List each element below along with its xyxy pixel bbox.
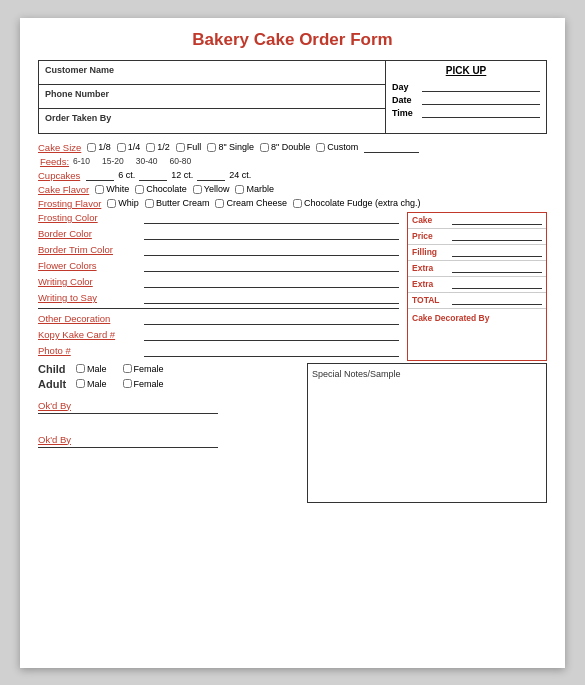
other-decoration-label: Other Decoration — [38, 313, 138, 324]
frosting-color-row: Frosting Color — [38, 212, 399, 224]
size-1-4-checkbox[interactable] — [117, 143, 126, 152]
border-color-row: Border Color — [38, 228, 399, 240]
price-price-label: Price — [412, 231, 450, 241]
okd-by-2-label: Ok'd By — [38, 434, 71, 445]
frosting-whip-checkbox[interactable] — [107, 199, 116, 208]
size-1-2-checkbox[interactable] — [146, 143, 155, 152]
size-custom-checkbox[interactable] — [316, 143, 325, 152]
adult-female-label: Female — [134, 379, 164, 389]
price-cake-row: Cake — [408, 213, 546, 229]
frosting-flavor-row: Frosting Flavor Whip Butter Cream Cream … — [38, 198, 547, 209]
main-content: Frosting Color Border Color Border Trim … — [38, 212, 547, 361]
frosting-butter-checkbox[interactable] — [145, 199, 154, 208]
flavor-chocolate-checkbox[interactable] — [135, 185, 144, 194]
price-total-row: TOTAL — [408, 293, 546, 309]
writing-color-label: Writing Color — [38, 276, 138, 287]
border-color-line — [144, 228, 399, 240]
other-decoration-row: Other Decoration — [38, 313, 399, 325]
photo-line — [144, 345, 399, 357]
adult-male: Male — [76, 379, 107, 389]
custom-size-input[interactable] — [364, 142, 419, 153]
adult-label: Adult — [38, 378, 76, 390]
okd-by-1-label: Ok'd By — [38, 400, 71, 411]
size-1-8: 1/8 — [87, 142, 111, 152]
flavor-marble-checkbox[interactable] — [235, 185, 244, 194]
price-price-line — [452, 231, 542, 241]
writing-color-line — [144, 276, 399, 288]
size-1-8-checkbox[interactable] — [87, 143, 96, 152]
price-extra1-row: Extra — [408, 261, 546, 277]
size-1-4: 1/4 — [117, 142, 141, 152]
order-taken-label: Order Taken By — [45, 113, 379, 123]
child-female-checkbox[interactable] — [123, 364, 132, 373]
day-label: Day — [392, 82, 422, 92]
child-female: Female — [123, 364, 164, 374]
form-left: Frosting Color Border Color Border Trim … — [38, 212, 399, 361]
flavor-white-checkbox[interactable] — [95, 185, 104, 194]
bottom-left: Child Male Female Adult Male — [38, 363, 307, 503]
price-price-row: Price — [408, 229, 546, 245]
cake-size-label: Cake Size — [38, 142, 81, 153]
bottom-section: Child Male Female Adult Male — [38, 363, 547, 503]
frosting-whip: Whip — [107, 198, 139, 208]
kopy-kake-label: Kopy Kake Card # — [38, 329, 138, 340]
date-line — [422, 95, 540, 105]
frosting-color-line — [144, 212, 399, 224]
frosting-flavor-label: Frosting Flavor — [38, 198, 101, 209]
cupcakes-qty2-input[interactable] — [139, 170, 167, 181]
flavor-yellow: Yellow — [193, 184, 230, 194]
adult-male-checkbox[interactable] — [76, 379, 85, 388]
time-row: Time — [392, 108, 540, 118]
size-8-double: 8" Double — [260, 142, 310, 152]
special-notes-box: Special Notes/Sample — [307, 363, 547, 503]
okd-by-2-line — [38, 447, 218, 448]
okd-by-1: Ok'd By — [38, 400, 301, 414]
special-notes-label: Special Notes/Sample — [312, 369, 401, 379]
size-1-2: 1/2 — [146, 142, 170, 152]
frosting-choc-fudge: Chocolate Fudge (extra chg.) — [293, 198, 421, 208]
date-row: Date — [392, 95, 540, 105]
child-row: Child Male Female — [38, 363, 301, 375]
price-filling-label: Filling — [412, 247, 450, 257]
writing-color-row: Writing Color — [38, 276, 399, 288]
child-male-checkbox[interactable] — [76, 364, 85, 373]
price-filling-row: Filling — [408, 245, 546, 261]
size-8-double-checkbox[interactable] — [260, 143, 269, 152]
frosting-choc-fudge-checkbox[interactable] — [293, 199, 302, 208]
kopy-kake-row: Kopy Kake Card # — [38, 329, 399, 341]
cupcakes-qty3-input[interactable] — [197, 170, 225, 181]
pickup-title: PICK UP — [392, 65, 540, 76]
top-info-section: Customer Name Phone Number Order Taken B… — [38, 60, 547, 134]
customer-name-label: Customer Name — [45, 65, 379, 75]
kopy-kake-line — [144, 329, 399, 341]
adult-female-checkbox[interactable] — [123, 379, 132, 388]
border-color-label: Border Color — [38, 228, 138, 239]
pickup-section: PICK UP Day Date Time — [386, 61, 546, 133]
price-extra1-line — [452, 263, 542, 273]
size-full-checkbox[interactable] — [176, 143, 185, 152]
size-8-single-checkbox[interactable] — [207, 143, 216, 152]
writing-to-say-label: Writing to Say — [38, 292, 138, 303]
time-line — [422, 108, 540, 118]
price-extra2-label: Extra — [412, 279, 450, 289]
cupcakes-row: Cupcakes 6 ct. 12 ct. 24 ct. — [38, 170, 547, 181]
flower-colors-row: Flower Colors — [38, 260, 399, 272]
frosting-cream-cheese-checkbox[interactable] — [215, 199, 224, 208]
frosting-butter: Butter Cream — [145, 198, 210, 208]
writing-to-say-row: Writing to Say — [38, 292, 399, 304]
customer-name-row: Customer Name — [39, 61, 385, 85]
child-label: Child — [38, 363, 76, 375]
frosting-color-label: Frosting Color — [38, 212, 138, 223]
flavor-yellow-checkbox[interactable] — [193, 185, 202, 194]
size-full: Full — [176, 142, 202, 152]
order-taken-row: Order Taken By — [39, 109, 385, 133]
price-total-line — [452, 295, 542, 305]
feeds-label: Feeds: — [40, 156, 69, 167]
flavor-chocolate: Chocolate — [135, 184, 187, 194]
price-filling-line — [452, 247, 542, 257]
cupcakes-qty1-input[interactable] — [86, 170, 114, 181]
flavor-marble: Marble — [235, 184, 274, 194]
okd-by-1-line — [38, 413, 218, 414]
border-trim-color-label: Border Trim Color — [38, 244, 138, 255]
date-label: Date — [392, 95, 422, 105]
